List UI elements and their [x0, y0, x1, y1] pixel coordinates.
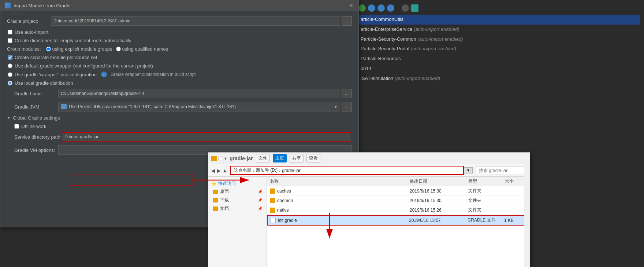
gradle-jvm-value: Use Project JDK (java version "1.8.0_181… [69, 104, 330, 109]
global-gradle-section-header[interactable]: ▼ Global Gradle settings [7, 115, 352, 121]
fe-tab-home[interactable]: 主页 [273, 154, 287, 162]
fe-sidebar: ⭐ 快速访问 桌面 📌 下载 📌 文档 📌 [208, 177, 267, 267]
auto-import-checkbox[interactable] [8, 30, 12, 34]
create-separate-row: Create separate module per source set [7, 55, 352, 60]
local-gradle-radio[interactable] [8, 81, 12, 85]
using-qualified-radio[interactable] [116, 47, 121, 51]
fe-addressbar: ◀ ▶ ▲ 这台电脑 › 新加卷 (D:) › gradle-jar ▼ [208, 164, 530, 177]
service-dir-row: Service directory path: [7, 132, 352, 142]
table-row[interactable]: native 2019/6/16 15:26 文件夹 [267, 205, 530, 215]
fe-nav-arrows: ◀ ▶ ▲ [211, 168, 227, 173]
info-icon: i [101, 72, 107, 77]
ide-list-item[interactable]: Particle-Security-Common (auto-import en… [358, 34, 640, 44]
folder-icon [213, 206, 218, 211]
ide-list-item[interactable]: Particle-Resources [358, 54, 640, 64]
fe-title: ▾ [224, 156, 227, 161]
service-dir-input[interactable] [62, 132, 352, 142]
build-icon [368, 4, 375, 12]
jvm-dropdown-arrow: ▼ [334, 105, 338, 109]
create-dirs-label: Create directories for empty content roo… [15, 38, 131, 43]
fe-toolbar: ▾ gradle-jar 文件 主页 共享 查看 [208, 153, 530, 164]
fe-tab-share[interactable]: 共享 [290, 154, 304, 162]
collapse-triangle-icon: ▼ [7, 116, 11, 120]
fe-path-icon: ▾ gradle-jar [211, 156, 253, 161]
auto-import-row: Use auto-import [7, 29, 352, 35]
using-explicit-radio[interactable] [46, 47, 51, 51]
default-wrapper-radio[interactable] [8, 63, 12, 68]
close-button[interactable]: ✕ [348, 3, 354, 8]
folder-icon [270, 189, 275, 194]
fe-window-title: gradle-jar [230, 156, 253, 161]
fe-table-header: 名称 修改日期 类型 大小 [267, 177, 530, 186]
create-dirs-row: Create directories for empty content roo… [7, 38, 352, 43]
gradle-jvm-label: Gradle JVM: [14, 104, 58, 110]
use-wrapper-task-row: Use gradle 'wrapper' task configuration … [7, 72, 352, 77]
service-dir-label: Service directory path: [14, 134, 62, 140]
fe-sidebar-item-downloads[interactable]: 下载 📌 [210, 196, 265, 204]
folder-icon [211, 156, 217, 161]
ide-list-item[interactable]: article-EnterpriseService (auto-import e… [358, 25, 640, 34]
ide-list-item[interactable]: 0614 [358, 64, 640, 74]
chevron-icon: ⭐ [211, 181, 217, 186]
settings-icon [411, 4, 418, 12]
ide-list-item[interactable]: article-CommonUtils [358, 15, 640, 25]
pin-icon: 📌 [258, 206, 262, 211]
fe-quickaccess-header[interactable]: ⭐ 快速访问 [210, 180, 265, 187]
table-row[interactable]: caches 2019/6/16 15:30 文件夹 [267, 186, 530, 196]
fe-back-button[interactable]: ◀ [211, 168, 215, 173]
local-gradle-label: Use local gradle distribution [15, 80, 73, 86]
create-separate-checkbox[interactable] [8, 55, 12, 60]
global-gradle-label: Global Gradle settings [13, 115, 60, 121]
gradle-jvm-browse-button[interactable]: ... [342, 102, 352, 111]
folder-icon [213, 198, 218, 202]
gradle-project-row: Gradle project: ... [7, 16, 352, 26]
folder-icon [270, 208, 275, 213]
table-row[interactable]: daemon 2019/6/16 15:30 文件夹 [267, 196, 530, 205]
fe-sidebar-item-desktop[interactable]: 桌面 📌 [210, 187, 265, 196]
folder-icon [270, 198, 275, 203]
offline-work-checkbox[interactable] [14, 124, 19, 129]
fe-sidebar-item-documents[interactable]: 文档 📌 [210, 204, 265, 213]
wrapper-task-label: Use gradle 'wrapper' task configuration [15, 72, 97, 77]
fe-main: ⭐ 快速访问 桌面 📌 下载 📌 文档 📌 [208, 177, 530, 267]
gradle-project-label: Gradle project: [7, 18, 51, 24]
gradle-project-browse-button[interactable]: ... [342, 16, 352, 26]
gradle-home-label: Gradle home: [14, 91, 58, 96]
fe-forward-button[interactable]: ▶ [217, 168, 221, 173]
auto-import-label: Use auto-import [15, 29, 48, 35]
fe-tab-file[interactable]: 文件 [256, 154, 270, 162]
file-explorer: ▾ gradle-jar 文件 主页 共享 查看 ◀ ▶ ▲ 这台电脑 › 新加… [208, 152, 530, 267]
gradle-project-input[interactable] [51, 16, 340, 26]
gradle-home-input[interactable] [58, 89, 340, 98]
fe-sidebar-section-quickaccess: ⭐ 快速访问 桌面 📌 下载 📌 文档 📌 [210, 180, 265, 213]
dots-icon [402, 4, 409, 12]
fe-up-button[interactable]: ▲ [222, 168, 227, 173]
ide-list-item[interactable]: Particle-Security-Portal (auto-import en… [358, 44, 640, 54]
group-modules-label: Group modules: [7, 46, 41, 52]
ide-toolbar [358, 3, 640, 15]
gradle-jvm-select[interactable]: Use Project JDK (java version "1.8.0_181… [58, 102, 340, 111]
group-modules-row: Group modules: using explicit module gro… [7, 46, 352, 52]
fe-search-input[interactable] [476, 166, 527, 175]
sync-icon [377, 4, 385, 12]
use-local-gradle-row: Use local gradle distribution [7, 80, 352, 86]
dialog-title-text: Import Module from Gradle [14, 3, 70, 8]
table-row[interactable]: init.gradle 2019/6/16 13:57 GRADLE 文件 1 … [267, 215, 530, 226]
fe-address-dropdown-button[interactable]: ▼ [464, 167, 473, 173]
fe-scrollbar[interactable] [524, 177, 530, 267]
create-separate-label: Create separate module per source set [15, 55, 97, 60]
gradle-home-row: Gradle home: ... [7, 89, 352, 98]
create-dirs-checkbox[interactable] [8, 38, 12, 43]
gradle-home-browse-button[interactable]: ... [342, 89, 352, 98]
ide-list-item[interactable]: iSAT-simulation (auto-import enabled) [358, 74, 640, 84]
fe-tab-view[interactable]: 查看 [306, 154, 320, 162]
default-wrapper-label: Use default gradle wrapper (not configur… [15, 63, 153, 69]
wrapper-task-radio[interactable] [8, 72, 12, 77]
run-icon [358, 4, 366, 12]
gradle-file-icon [271, 218, 276, 223]
fe-address-path[interactable]: 这台电脑 › 新加卷 (D:) › gradle-jar [230, 166, 464, 175]
module-icon [387, 4, 394, 12]
using-qualified-option: using qualified names [116, 46, 168, 52]
use-default-wrapper-row: Use default gradle wrapper (not configur… [7, 63, 352, 69]
fe-file-list: 名称 修改日期 类型 大小 caches 2019/6/16 15:30 文件夹 [267, 177, 530, 267]
